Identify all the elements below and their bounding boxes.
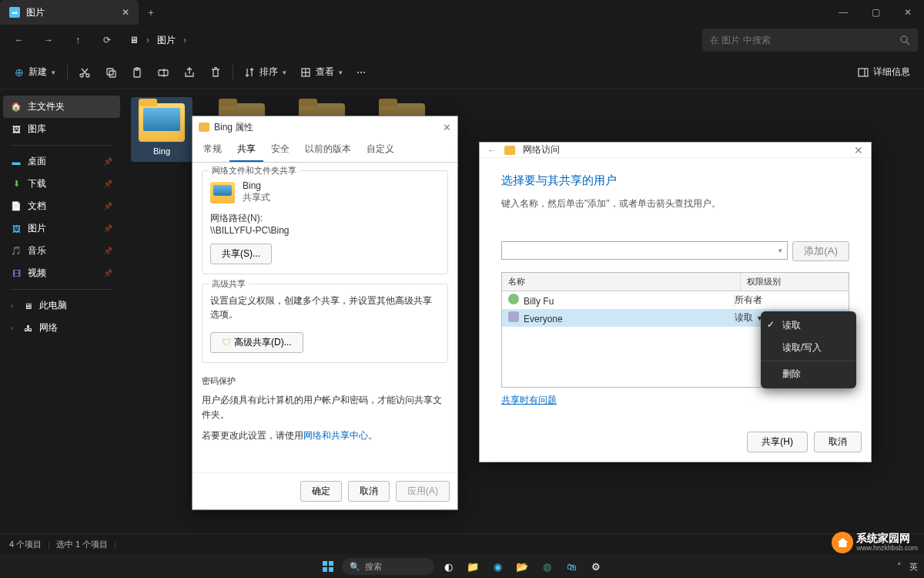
tab-share[interactable]: 共享 xyxy=(229,138,263,162)
dialog-titlebar[interactable]: Bing 属性 ✕ xyxy=(192,116,457,138)
chevron-right-icon: › xyxy=(11,324,13,332)
svg-rect-6 xyxy=(109,71,116,77)
sidebar-item-home[interactable]: 🏠主文件夹 xyxy=(3,96,120,118)
tab-close-icon[interactable]: ✕ xyxy=(122,7,129,18)
network-sharing-group: 网络文件和文件夹共享 Bing 共享式 网络路径(N): \\BILLYFU-P… xyxy=(202,170,448,274)
advanced-sharing-button[interactable]: 🛡高级共享(D)... xyxy=(210,332,303,353)
status-items: 4 个项目 xyxy=(9,539,42,550)
details-pane-button[interactable]: 详细信息 xyxy=(852,60,916,85)
nav-back-button[interactable]: ← xyxy=(6,27,32,53)
task-edge2[interactable]: ◍ xyxy=(536,557,557,576)
share-confirm-button[interactable]: 共享(H) xyxy=(747,432,808,452)
network-center-link[interactable]: 网络和共享中心 xyxy=(303,430,368,441)
sidebar-item-videos[interactable]: 🎞视频📌 xyxy=(3,262,120,284)
task-app[interactable]: 📁 xyxy=(462,557,484,576)
task-store[interactable]: 🛍 xyxy=(561,557,582,576)
new-button[interactable]: ⊕ 新建 ▾ xyxy=(8,60,62,85)
column-permission[interactable]: 权限级别 xyxy=(741,273,849,291)
user-input-row: ▾ 添加(A) xyxy=(501,241,849,261)
help-link[interactable]: 共享时有问题 xyxy=(501,394,557,407)
cut-button[interactable] xyxy=(72,60,97,85)
user-combobox[interactable]: ▾ xyxy=(501,241,788,260)
dialog-title: 网络访问 xyxy=(523,143,560,156)
menu-item-read[interactable]: 读取 xyxy=(761,314,856,337)
permission-context-menu: 读取 读取/写入 删除 xyxy=(761,311,856,388)
tab-previous-versions[interactable]: 以前的版本 xyxy=(297,138,359,162)
svg-rect-18 xyxy=(323,567,327,572)
chevron-right-icon: › xyxy=(146,35,149,45)
task-edge[interactable]: ◉ xyxy=(487,557,508,576)
address-bar: ← → ↑ ⟳ 🖥 › 图片 › xyxy=(0,25,924,55)
tray-chevron-icon[interactable]: ˄ xyxy=(897,562,902,572)
rename-button[interactable] xyxy=(151,60,176,85)
apply-button[interactable]: 应用(A) xyxy=(396,481,450,502)
folder-label: Bing xyxy=(153,146,170,156)
breadcrumb[interactable]: 🖥 › 图片 › xyxy=(129,34,699,47)
tray-ime[interactable]: 英 xyxy=(909,561,918,573)
nav-refresh-button[interactable]: ⟳ xyxy=(94,27,120,53)
table-row-user[interactable]: Billy Fu 所有者 xyxy=(502,291,849,309)
paste-button[interactable] xyxy=(125,60,149,85)
dialog-title: Bing 属性 xyxy=(214,121,253,134)
tab-general[interactable]: 常规 xyxy=(196,138,229,162)
ok-button[interactable]: 确定 xyxy=(300,481,342,502)
watermark-icon xyxy=(832,532,853,553)
menu-item-readwrite[interactable]: 读取/写入 xyxy=(761,337,856,359)
maximize-button[interactable]: ▢ xyxy=(859,0,892,25)
new-tab-button[interactable]: ＋ xyxy=(139,6,163,19)
status-selected: 选中 1 个项目 xyxy=(56,539,108,550)
sidebar-item-pictures[interactable]: 🖼图片📌 xyxy=(3,217,120,240)
explorer-tab[interactable]: 图片 ✕ xyxy=(0,0,139,25)
start-button[interactable] xyxy=(317,557,339,576)
cancel-button[interactable]: 取消 xyxy=(814,432,862,452)
tab-customize[interactable]: 自定义 xyxy=(359,138,402,162)
search-box[interactable] xyxy=(702,29,918,52)
sidebar-item-gallery[interactable]: 🖼图库 xyxy=(3,118,120,140)
breadcrumb-segment[interactable]: 图片 xyxy=(157,34,176,47)
search-icon[interactable] xyxy=(899,35,910,45)
nav-forward-button[interactable]: → xyxy=(35,27,62,53)
delete-button[interactable] xyxy=(203,60,228,85)
copy-button[interactable] xyxy=(99,60,123,85)
nav-up-button[interactable]: ↑ xyxy=(65,27,91,53)
group-title: 密码保护 xyxy=(202,375,448,387)
task-settings[interactable]: ⚙ xyxy=(585,557,607,576)
share-button[interactable] xyxy=(177,60,202,85)
sidebar-item-thispc[interactable]: ›🖥此电脑 xyxy=(3,294,120,317)
task-explorer[interactable]: 📂 xyxy=(511,557,533,576)
tab-security[interactable]: 安全 xyxy=(263,138,297,162)
minimize-button[interactable]: — xyxy=(827,0,859,25)
close-icon[interactable]: ✕ xyxy=(854,144,863,156)
taskbar-search[interactable]: 🔍搜索 xyxy=(342,558,434,575)
share-button[interactable]: 共享(S)... xyxy=(210,244,272,264)
svg-rect-16 xyxy=(323,561,327,566)
close-button[interactable]: ✕ xyxy=(892,0,924,25)
users-icon xyxy=(508,311,519,322)
sidebar-label: 此电脑 xyxy=(39,299,67,312)
sidebar-item-network[interactable]: ›🖧网络 xyxy=(3,317,120,339)
folder-icon xyxy=(504,146,515,155)
sidebar-label: 桌面 xyxy=(28,155,46,168)
back-icon[interactable]: ← xyxy=(487,145,497,156)
folder-bing[interactable]: Bing xyxy=(131,97,192,162)
close-icon[interactable]: ✕ xyxy=(443,122,451,133)
properties-dialog: Bing 属性 ✕ 常规 共享 安全 以前的版本 自定义 网络文件和文件夹共享 … xyxy=(192,116,458,510)
sidebar-item-documents[interactable]: 📄文档📌 xyxy=(3,195,120,217)
watermark-title: 系统家园网 xyxy=(856,533,918,544)
sidebar-item-desktop[interactable]: ▬桌面📌 xyxy=(3,150,120,173)
add-button[interactable]: 添加(A) xyxy=(792,241,849,261)
more-button[interactable]: ⋯ xyxy=(350,60,372,85)
dialog-footer: 确定 取消 应用(A) xyxy=(192,472,457,509)
cancel-button[interactable]: 取消 xyxy=(348,481,390,502)
pin-icon: 📌 xyxy=(103,247,112,255)
menu-item-remove[interactable]: 删除 xyxy=(761,363,856,385)
column-name[interactable]: 名称 xyxy=(502,273,741,291)
chevron-right-icon: › xyxy=(11,302,13,310)
view-button[interactable]: 查看 ▾ xyxy=(294,60,349,85)
search-input[interactable] xyxy=(710,35,899,45)
sort-button[interactable]: 排序 ▾ xyxy=(238,60,293,85)
sidebar-item-music[interactable]: 🎵音乐📌 xyxy=(3,240,120,262)
task-widgets[interactable]: ◐ xyxy=(437,557,459,576)
user-name: Billy Fu xyxy=(524,296,554,307)
sidebar-item-downloads[interactable]: ⬇下载📌 xyxy=(3,173,120,195)
